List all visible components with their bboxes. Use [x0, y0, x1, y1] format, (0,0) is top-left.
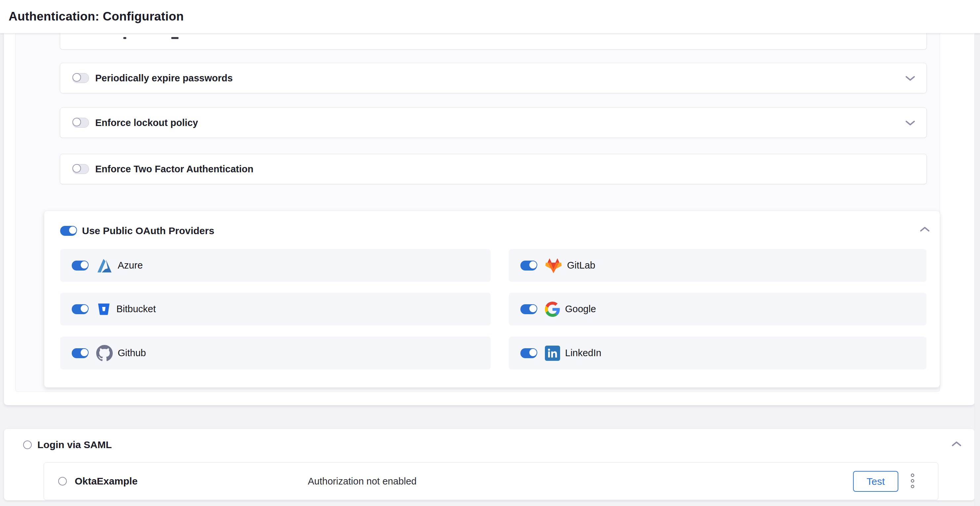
saml-radio[interactable]: [23, 441, 32, 449]
gitlab-toggle[interactable]: [520, 261, 537, 271]
provider-label: Github: [118, 348, 146, 358]
policy-row-cutoff[interactable]: [60, 33, 927, 49]
toggle-knob: [68, 226, 77, 234]
saml-header[interactable]: Login via SAML: [23, 439, 112, 450]
kebab-dot: [911, 479, 914, 482]
toggle-knob: [72, 164, 81, 173]
policy-row-label: Enforce Two Factor Authentication: [95, 164, 254, 175]
google-toggle[interactable]: [520, 304, 537, 314]
saml-section-card: Login via SAML OktaExample Authorization…: [4, 429, 975, 500]
password-policy-panel: Periodically expire passwords Enforce lo…: [15, 33, 940, 392]
toggle-knob: [72, 73, 81, 82]
azure-toggle[interactable]: [72, 261, 88, 271]
saml-provider-status: Authorization not enabled: [308, 476, 417, 487]
oauth-header-label: Use Public OAuth Providers: [82, 225, 214, 237]
provider-label: Bitbucket: [116, 304, 156, 315]
provider-label: Google: [565, 304, 596, 315]
chevron-up-icon[interactable]: [920, 226, 930, 232]
toggle-knob: [80, 261, 89, 269]
kebab-menu-button[interactable]: [911, 474, 914, 488]
google-icon: [545, 302, 560, 317]
oauth-master-toggle[interactable]: [60, 226, 77, 236]
login-settings-card: Periodically expire passwords Enforce lo…: [4, 33, 975, 405]
oauth-providers-card: Use Public OAuth Providers Azure: [44, 211, 940, 388]
gitlab-icon: [545, 257, 562, 274]
clipped-text-fragment: [171, 37, 178, 39]
provider-label: LinkedIn: [565, 348, 601, 358]
provider-row-linkedin: LinkedIn: [509, 337, 926, 369]
policy-row-label: Enforce lockout policy: [95, 118, 198, 128]
two-factor-toggle[interactable]: [72, 164, 89, 174]
saml-provider-name: OktaExample: [75, 476, 138, 487]
toggle-knob: [529, 348, 537, 357]
provider-row-github: Github: [60, 337, 491, 369]
chevron-down-icon[interactable]: [905, 75, 915, 81]
policy-row-label: Periodically expire passwords: [95, 73, 233, 84]
bitbucket-icon: [96, 302, 111, 317]
policy-row-two-factor[interactable]: Enforce Two Factor Authentication: [60, 154, 927, 184]
toggle-knob: [72, 118, 81, 126]
linkedin-toggle[interactable]: [520, 348, 537, 358]
kebab-dot: [911, 474, 914, 477]
oauth-header[interactable]: Use Public OAuth Providers: [60, 225, 214, 237]
clipped-text-fragment: [123, 37, 126, 39]
page-header: Authentication: Configuration: [0, 0, 980, 33]
toggle-knob: [80, 348, 89, 357]
azure-icon: [96, 257, 113, 274]
chevron-up-icon[interactable]: [951, 441, 961, 447]
kebab-dot: [911, 485, 914, 488]
linkedin-icon: [545, 345, 560, 361]
provider-row-bitbucket: Bitbucket: [60, 293, 491, 325]
chevron-down-icon[interactable]: [905, 120, 915, 126]
toggle-knob: [529, 304, 537, 313]
provider-label: Azure: [118, 260, 143, 271]
saml-header-label: Login via SAML: [37, 439, 112, 450]
page-title: Authentication: Configuration: [9, 10, 184, 24]
saml-provider-row: OktaExample Authorization not enabled Te…: [44, 462, 938, 500]
github-icon: [96, 345, 113, 361]
toggle-knob: [529, 261, 537, 269]
provider-row-azure: Azure: [60, 249, 491, 282]
provider-label: GitLab: [567, 260, 595, 271]
toggle-knob: [80, 304, 89, 313]
provider-row-gitlab: GitLab: [509, 249, 926, 282]
okta-radio[interactable]: [58, 477, 67, 485]
policy-row-lockout[interactable]: Enforce lockout policy: [60, 108, 927, 138]
policy-row-expire-passwords[interactable]: Periodically expire passwords: [60, 63, 927, 93]
scrollbar[interactable]: [974, 33, 980, 506]
bitbucket-toggle[interactable]: [72, 304, 88, 314]
lockout-toggle[interactable]: [72, 118, 89, 128]
provider-row-google: Google: [509, 293, 926, 325]
github-toggle[interactable]: [72, 348, 88, 358]
test-button[interactable]: Test: [853, 471, 898, 492]
expire-passwords-toggle[interactable]: [72, 73, 89, 83]
